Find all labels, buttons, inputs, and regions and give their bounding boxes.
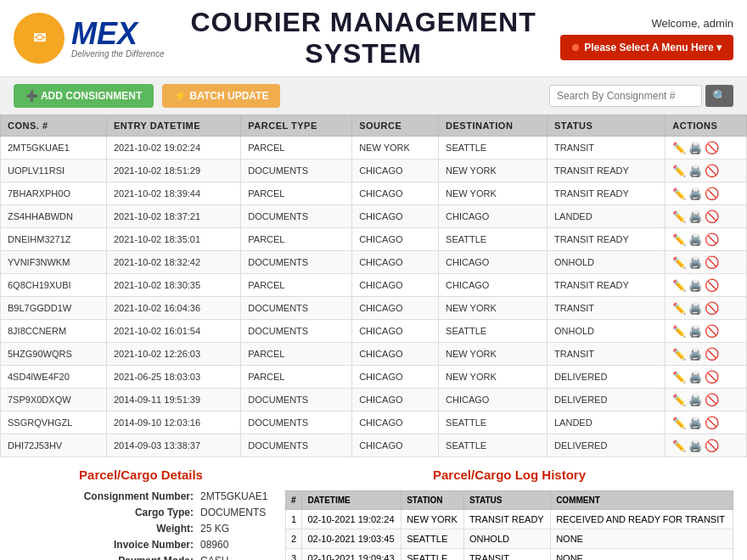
edit-icon[interactable]: ✏️ bbox=[672, 142, 686, 154]
cell-source: CHICAGO bbox=[352, 412, 439, 434]
cell-cons: 4SD4lWE4F20 bbox=[1, 366, 107, 389]
delete-icon[interactable]: 🚫 bbox=[705, 232, 719, 246]
print-icon[interactable]: 🖨️ bbox=[688, 233, 702, 246]
print-icon[interactable]: 🖨️ bbox=[688, 302, 702, 315]
cell-actions: ✏️ 🖨️ 🚫 bbox=[666, 389, 747, 412]
cell-dest: NEW YORK bbox=[439, 297, 548, 320]
cell-type: DOCUMENTS bbox=[241, 205, 352, 228]
print-icon[interactable]: 🖨️ bbox=[688, 142, 702, 154]
log-status: TRANSIT bbox=[463, 549, 550, 561]
cell-source: CHICAGO bbox=[352, 366, 439, 389]
delete-icon[interactable]: 🚫 bbox=[705, 347, 719, 361]
table-row[interactable]: DHI72J53HV 2014-09-03 13:38:37 DOCUMENTS… bbox=[1, 434, 747, 457]
log-status: ONHOLD bbox=[463, 529, 550, 549]
table-row[interactable]: 7BHARXPH0O 2021-10-02 18:39:44 PARCEL CH… bbox=[1, 182, 747, 205]
cell-actions: ✏️ 🖨️ 🚫 bbox=[666, 137, 747, 160]
cell-datetime: 2021-10-02 18:30:35 bbox=[106, 274, 240, 297]
log-row: 1 02-10-2021 19:02:24 NEW YORK TRANSIT R… bbox=[286, 510, 733, 529]
cell-type: DOCUMENTS bbox=[241, 412, 352, 434]
log-row: 2 02-10-2021 19:03:45 SEATTLE ONHOLD NON… bbox=[286, 529, 733, 549]
delete-icon[interactable]: 🚫 bbox=[705, 164, 719, 177]
edit-icon[interactable]: ✏️ bbox=[672, 325, 686, 338]
edit-icon[interactable]: ✏️ bbox=[672, 394, 686, 406]
print-icon[interactable]: 🖨️ bbox=[688, 256, 702, 269]
detail-label: Invoice Number: bbox=[75, 539, 194, 551]
delete-icon[interactable]: 🚫 bbox=[705, 439, 719, 452]
delete-icon[interactable]: 🚫 bbox=[705, 141, 719, 154]
edit-icon[interactable]: ✏️ bbox=[672, 417, 686, 429]
detail-row: Invoice Number: 08960 bbox=[14, 539, 268, 551]
logo-icon: ✉ bbox=[14, 13, 65, 64]
cell-cons: B9L7GGDD1W bbox=[1, 297, 107, 320]
cell-type: PARCEL bbox=[241, 228, 352, 251]
detail-label: Consignment Number: bbox=[75, 490, 194, 502]
edit-icon[interactable]: ✏️ bbox=[672, 302, 686, 315]
table-row[interactable]: DNEIHM3271Z 2021-10-02 18:35:01 PARCEL C… bbox=[1, 228, 747, 251]
print-icon[interactable]: 🖨️ bbox=[688, 394, 702, 406]
delete-icon[interactable]: 🚫 bbox=[705, 278, 719, 292]
edit-icon[interactable]: ✏️ bbox=[672, 348, 686, 361]
edit-icon[interactable]: ✏️ bbox=[672, 165, 686, 177]
print-icon[interactable]: 🖨️ bbox=[688, 165, 702, 177]
search-button[interactable]: 🔍 bbox=[705, 85, 733, 107]
svg-text:✉: ✉ bbox=[33, 30, 46, 47]
edit-icon[interactable]: ✏️ bbox=[672, 440, 686, 452]
search-input[interactable] bbox=[549, 85, 702, 107]
edit-icon[interactable]: ✏️ bbox=[672, 188, 686, 200]
print-icon[interactable]: 🖨️ bbox=[688, 417, 702, 429]
cell-dest: NEW YORK bbox=[439, 182, 548, 205]
edit-icon[interactable]: ✏️ bbox=[672, 371, 686, 384]
menu-select-button[interactable]: Please Select A Menu Here ▾ bbox=[560, 35, 733, 60]
toolbar: ➕ ADD CONSIGNMENT ⚡ BATCH UPDATE 🔍 bbox=[0, 77, 747, 115]
table-row[interactable]: SSGRQVHGZL 2014-09-10 12:03:16 DOCUMENTS… bbox=[1, 412, 747, 434]
delete-icon[interactable]: 🚫 bbox=[705, 393, 719, 406]
cell-datetime: 2021-10-02 18:37:21 bbox=[106, 205, 240, 228]
print-icon[interactable]: 🖨️ bbox=[688, 348, 702, 361]
delete-icon[interactable]: 🚫 bbox=[705, 255, 719, 269]
edit-icon[interactable]: ✏️ bbox=[672, 233, 686, 246]
delete-icon[interactable]: 🚫 bbox=[705, 187, 719, 200]
cell-dest: SEATTLE bbox=[439, 434, 548, 457]
consignment-table: CONS. # ENTRY DATETIME PARCEL TYPE SOURC… bbox=[0, 115, 747, 457]
cell-datetime: 2021-10-02 18:32:42 bbox=[106, 251, 240, 274]
bottom-panels: Parcel/Cargo Details Consignment Number:… bbox=[0, 457, 747, 560]
print-icon[interactable]: 🖨️ bbox=[688, 325, 702, 338]
table-row[interactable]: YVNIF3NWKM 2021-10-02 18:32:42 DOCUMENTS… bbox=[1, 251, 747, 274]
detail-value: CASH bbox=[200, 555, 268, 560]
table-row[interactable]: 5HZG90WQRS 2021-10-02 12:26:03 PARCEL CH… bbox=[1, 343, 747, 366]
table-row[interactable]: 6Q8CH19XUBI 2021-10-02 18:30:35 PARCEL C… bbox=[1, 274, 747, 297]
delete-icon[interactable]: 🚫 bbox=[705, 301, 719, 315]
batch-update-button[interactable]: ⚡ BATCH UPDATE bbox=[162, 84, 280, 108]
add-consignment-button[interactable]: ➕ ADD CONSIGNMENT bbox=[14, 84, 154, 108]
detail-row: Weight: 25 KG bbox=[14, 523, 268, 535]
cell-status: TRANSIT READY bbox=[548, 274, 666, 297]
edit-icon[interactable]: ✏️ bbox=[672, 279, 686, 292]
table-body: 2MT5GKUAE1 2021-10-02 19:02:24 PARCEL NE… bbox=[1, 137, 747, 457]
print-icon[interactable]: 🖨️ bbox=[688, 440, 702, 452]
log-col-station: STATION bbox=[402, 491, 464, 510]
table-row[interactable]: 7SP9X0DXQW 2014-09-11 19:51:39 DOCUMENTS… bbox=[1, 389, 747, 412]
print-icon[interactable]: 🖨️ bbox=[688, 279, 702, 292]
print-icon[interactable]: 🖨️ bbox=[688, 210, 702, 223]
table-header-row: CONS. # ENTRY DATETIME PARCEL TYPE SOURC… bbox=[1, 115, 747, 137]
table-row[interactable]: ZS4HHABWDN 2021-10-02 18:37:21 DOCUMENTS… bbox=[1, 205, 747, 228]
print-icon[interactable]: 🖨️ bbox=[688, 188, 702, 200]
edit-icon[interactable]: ✏️ bbox=[672, 256, 686, 269]
edit-icon[interactable]: ✏️ bbox=[672, 210, 686, 223]
delete-icon[interactable]: 🚫 bbox=[705, 416, 719, 429]
cell-source: NEW YORK bbox=[352, 137, 439, 160]
table-row[interactable]: B9L7GGDD1W 2021-10-02 16:04:36 DOCUMENTS… bbox=[1, 297, 747, 320]
table-row[interactable]: 8JI8CCNERM 2021-10-02 16:01:54 DOCUMENTS… bbox=[1, 320, 747, 343]
table-row[interactable]: 2MT5GKUAE1 2021-10-02 19:02:24 PARCEL NE… bbox=[1, 137, 747, 160]
table-row[interactable]: UOPLV11RSI 2021-10-02 18:51:29 DOCUMENTS… bbox=[1, 160, 747, 182]
delete-icon[interactable]: 🚫 bbox=[705, 210, 719, 223]
table-row[interactable]: 4SD4lWE4F20 2021-06-25 18:03:03 PARCEL C… bbox=[1, 366, 747, 389]
cell-source: CHICAGO bbox=[352, 297, 439, 320]
cell-datetime: 2014-09-10 12:03:16 bbox=[106, 412, 240, 434]
consignment-table-container: CONS. # ENTRY DATETIME PARCEL TYPE SOURC… bbox=[0, 115, 747, 457]
delete-icon[interactable]: 🚫 bbox=[705, 370, 719, 384]
print-icon[interactable]: 🖨️ bbox=[688, 371, 702, 384]
cell-datetime: 2021-10-02 18:35:01 bbox=[106, 228, 240, 251]
delete-icon[interactable]: 🚫 bbox=[705, 324, 719, 338]
cell-type: DOCUMENTS bbox=[241, 297, 352, 320]
